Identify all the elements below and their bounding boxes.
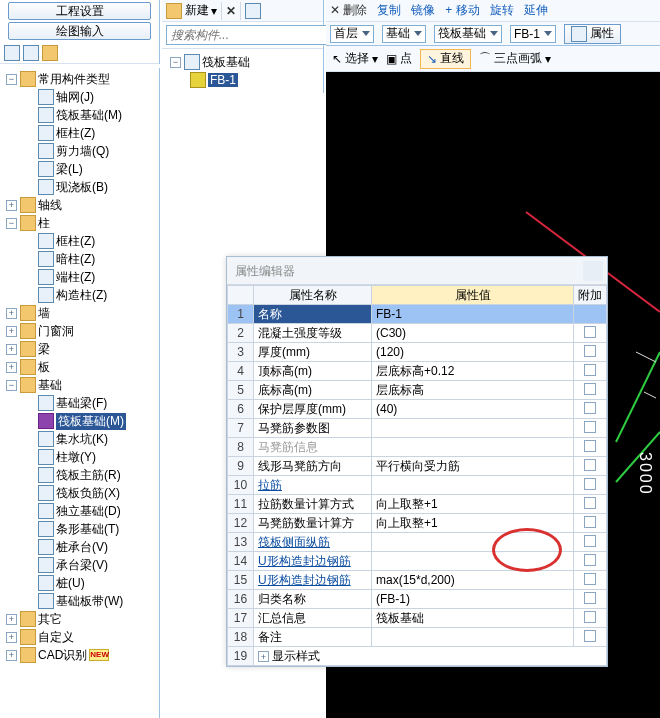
expand-toggle[interactable]: −	[6, 218, 17, 229]
display-style-row[interactable]: +显示样式	[254, 647, 607, 666]
nav-fwd-icon[interactable]	[23, 45, 39, 61]
property-value[interactable]: (120)	[372, 343, 574, 362]
attach-cell[interactable]	[574, 381, 607, 400]
checkbox[interactable]	[584, 478, 596, 490]
property-value[interactable]: 筏板基础	[372, 609, 574, 628]
attach-cell[interactable]	[574, 457, 607, 476]
expand-toggle[interactable]: +	[6, 326, 17, 337]
property-value[interactable]: (C30)	[372, 324, 574, 343]
property-value[interactable]: 层底标高+0.12	[372, 362, 574, 381]
property-row[interactable]: 10拉筋	[228, 476, 607, 495]
property-value[interactable]: FB-1	[372, 305, 574, 324]
checkbox[interactable]	[584, 516, 596, 528]
tree-item[interactable]: +CAD识别NEW	[2, 646, 159, 664]
property-row[interactable]: 9线形马凳筋方向平行横向受力筋	[228, 457, 607, 476]
expand-toggle[interactable]: −	[6, 74, 17, 85]
tree-item[interactable]: +梁	[2, 340, 159, 358]
tool-delete[interactable]: ✕ 删除	[330, 2, 367, 19]
property-value[interactable]: (FB-1)	[372, 590, 574, 609]
tree-item[interactable]: 基础梁(F)	[2, 394, 159, 412]
checkbox[interactable]	[584, 383, 596, 395]
property-value[interactable]	[372, 552, 574, 571]
tree-item[interactable]: 筏板基础(M)	[2, 106, 159, 124]
checkbox[interactable]	[584, 421, 596, 433]
attribute-button[interactable]: 属性	[564, 24, 621, 44]
property-row[interactable]: 17汇总信息筏板基础	[228, 609, 607, 628]
checkbox[interactable]	[584, 630, 596, 642]
property-row[interactable]: 1名称FB-1	[228, 305, 607, 324]
copy-icon[interactable]	[245, 3, 261, 19]
property-value[interactable]	[372, 438, 574, 457]
floor-combo[interactable]: 首层	[330, 25, 374, 43]
property-value[interactable]	[372, 419, 574, 438]
property-row[interactable]: 2混凝土强度等级(C30)	[228, 324, 607, 343]
attach-cell[interactable]	[574, 400, 607, 419]
tool-copy[interactable]: 复制	[377, 2, 401, 19]
checkbox[interactable]	[584, 326, 596, 338]
property-row[interactable]: 5底标高(m)层底标高	[228, 381, 607, 400]
expand-toggle[interactable]: +	[6, 308, 17, 319]
draw-input-button[interactable]: 绘图输入	[8, 22, 151, 40]
property-value[interactable]: 平行横向受力筋	[372, 457, 574, 476]
attach-cell[interactable]	[574, 476, 607, 495]
raft-combo[interactable]: 筏板基础	[434, 25, 502, 43]
arc-tool[interactable]: ⌒三点画弧 ▾	[479, 50, 551, 67]
attach-cell[interactable]	[574, 495, 607, 514]
property-row[interactable]: 16归类名称(FB-1)	[228, 590, 607, 609]
checkbox[interactable]	[584, 611, 596, 623]
tree-item[interactable]: +板	[2, 358, 159, 376]
expand-toggle[interactable]: +	[6, 200, 17, 211]
project-settings-button[interactable]: 工程设置	[8, 2, 151, 20]
tree-item[interactable]: 构造柱(Z)	[2, 286, 159, 304]
attach-cell[interactable]	[574, 438, 607, 457]
foundation-combo[interactable]: 基础	[382, 25, 426, 43]
nav-back-icon[interactable]	[4, 45, 20, 61]
property-row[interactable]: 3厚度(mm)(120)	[228, 343, 607, 362]
tool-extend[interactable]: 延伸	[524, 2, 548, 19]
expand-toggle[interactable]: −	[6, 380, 17, 391]
tree-item[interactable]: 基础板带(W)	[2, 592, 159, 610]
tree-item[interactable]: −柱	[2, 214, 159, 232]
select-tool[interactable]: ↖选择 ▾	[332, 50, 378, 67]
tree-item[interactable]: 轴网(J)	[2, 88, 159, 106]
fb-combo[interactable]: FB-1	[510, 25, 556, 43]
property-row[interactable]: 11拉筋数量计算方式向上取整+1	[228, 495, 607, 514]
property-row[interactable]: 8马凳筋信息	[228, 438, 607, 457]
attach-cell[interactable]	[574, 590, 607, 609]
tree-item[interactable]: 承台梁(V)	[2, 556, 159, 574]
checkbox[interactable]	[584, 592, 596, 604]
expand-toggle[interactable]: +	[6, 632, 17, 643]
property-value[interactable]	[372, 533, 574, 552]
tree-item[interactable]: 暗柱(Z)	[2, 250, 159, 268]
tree-item[interactable]: 梁(L)	[2, 160, 159, 178]
close-button[interactable]	[583, 261, 603, 281]
tool-mirror[interactable]: 镜像	[411, 2, 435, 19]
attach-cell[interactable]	[574, 552, 607, 571]
tree-item[interactable]: 筏板主筋(R)	[2, 466, 159, 484]
attach-cell[interactable]	[574, 305, 607, 324]
attach-cell[interactable]	[574, 609, 607, 628]
tree-item[interactable]: 框柱(Z)	[2, 124, 159, 142]
attach-cell[interactable]	[574, 324, 607, 343]
tree-item[interactable]: 柱墩(Y)	[2, 448, 159, 466]
tree-item[interactable]: +墙	[2, 304, 159, 322]
tool-rotate[interactable]: 旋转	[490, 2, 514, 19]
tree-item[interactable]: +轴线	[2, 196, 159, 214]
tree-item[interactable]: 现浇板(B)	[2, 178, 159, 196]
tree-item[interactable]: −基础	[2, 376, 159, 394]
tree-item[interactable]: 条形基础(T)	[2, 520, 159, 538]
tool-move[interactable]: + 移动	[445, 2, 479, 19]
tree-item[interactable]: +门窗洞	[2, 322, 159, 340]
tree-item[interactable]: 独立基础(D)	[2, 502, 159, 520]
expand-toggle[interactable]: +	[6, 362, 17, 373]
tree-item[interactable]: 集水坑(K)	[2, 430, 159, 448]
property-value[interactable]: 向上取整+1	[372, 495, 574, 514]
tree-item[interactable]: −常用构件类型	[2, 70, 159, 88]
attach-cell[interactable]	[574, 419, 607, 438]
new-button[interactable]: 新建	[185, 2, 209, 19]
attach-cell[interactable]	[574, 571, 607, 590]
attach-cell[interactable]	[574, 362, 607, 381]
open-icon[interactable]	[42, 45, 58, 61]
property-row[interactable]: 6保护层厚度(mm)(40)	[228, 400, 607, 419]
expand-toggle[interactable]: +	[6, 614, 17, 625]
